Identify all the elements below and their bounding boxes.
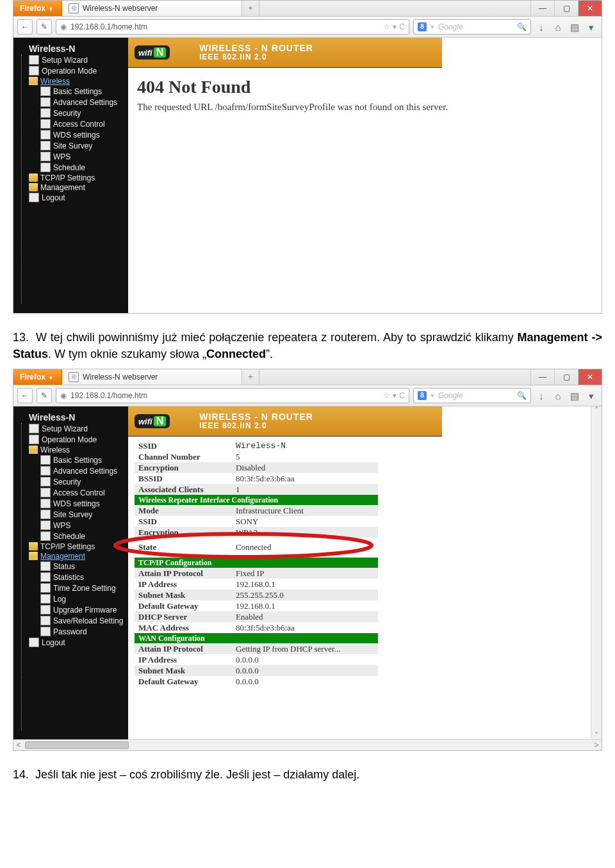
google-icon: 8 bbox=[418, 391, 427, 400]
bookmark-star-icon[interactable]: ☆ bbox=[383, 23, 390, 31]
tool-button[interactable]: ✎ bbox=[37, 388, 52, 403]
search-go-icon[interactable]: 🔍 bbox=[517, 23, 527, 31]
sidebar-item[interactable]: WPS bbox=[15, 520, 127, 531]
new-tab-button[interactable]: + bbox=[242, 1, 259, 16]
window-maximize-button[interactable]: ▢ bbox=[554, 1, 578, 16]
sidebar-item[interactable]: Security bbox=[15, 108, 127, 118]
search-box[interactable]: 8 ▾ Google 🔍 bbox=[413, 388, 531, 403]
minimize-icon: — bbox=[539, 373, 546, 381]
sidebar-item[interactable]: Setup Wizard bbox=[15, 423, 127, 434]
url-bar[interactable]: ◉ 192.168.0.1/home.htm ☆ ▾ C bbox=[56, 19, 409, 35]
sidebar-item[interactable]: TCP/IP Settings bbox=[15, 173, 127, 182]
sidebar-item[interactable]: Schedule bbox=[15, 531, 127, 542]
sidebar-item[interactable]: WDS settings bbox=[15, 498, 127, 509]
doc-icon bbox=[40, 119, 51, 129]
sidebar-item[interactable]: Password bbox=[15, 626, 127, 637]
vertical-scrollbar[interactable]: ˄ ˅ bbox=[591, 406, 602, 739]
sidebar-item[interactable]: Wireless bbox=[15, 445, 127, 454]
doc-icon bbox=[29, 435, 39, 444]
menu-button[interactable]: ▤ bbox=[568, 22, 581, 32]
bookmark-star-icon[interactable]: ☆ bbox=[383, 392, 390, 399]
browser-tab[interactable]: ⧀ Wireless-N webserver bbox=[62, 1, 242, 16]
sidebar-item[interactable]: Schedule bbox=[15, 162, 127, 173]
sidebar-item[interactable]: Site Survey bbox=[15, 509, 127, 520]
window-minimize-button[interactable]: — bbox=[530, 1, 554, 16]
sidebar-item[interactable]: Upgrade Firmware bbox=[15, 604, 127, 615]
sidebar-item[interactable]: Logout bbox=[15, 192, 127, 203]
firefox-label: Firefox bbox=[20, 373, 45, 381]
doc-icon bbox=[40, 583, 51, 593]
sidebar-item[interactable]: Basic Settings bbox=[15, 454, 127, 465]
sidebar-item[interactable]: Operation Mode bbox=[15, 434, 127, 445]
sidebar-item[interactable]: Log bbox=[15, 593, 127, 604]
window-close-button[interactable]: ✕ bbox=[578, 1, 602, 16]
reload-icon[interactable]: C bbox=[399, 392, 405, 399]
downloads-button[interactable]: ↓ bbox=[535, 391, 548, 401]
firefox-menu-button[interactable]: Firefox bbox=[13, 369, 62, 385]
sidebar-item[interactable]: Basic Settings bbox=[15, 86, 127, 97]
status-row: Attain IP ProtocolGetting IP from DHCP s… bbox=[135, 643, 378, 654]
sidebar-item[interactable]: TCP/IP Settings bbox=[15, 542, 127, 551]
search-box[interactable]: 8 ▾ Google 🔍 bbox=[413, 19, 531, 35]
status-key: Mode bbox=[135, 505, 232, 516]
menu-button[interactable]: ▤ bbox=[568, 391, 581, 401]
chevron-down-icon: ▾ bbox=[589, 22, 594, 33]
window-minimize-button[interactable]: — bbox=[530, 369, 554, 385]
sidebar-item[interactable]: Access Control bbox=[15, 487, 127, 498]
search-go-icon[interactable]: 🔍 bbox=[517, 392, 527, 399]
banner-title: WIRELESS - N ROUTER bbox=[199, 412, 313, 422]
status-value: 80:3f:5d:e3:b6:aa bbox=[232, 473, 378, 484]
sidebar-item[interactable]: Operation Mode bbox=[15, 65, 127, 76]
doc-icon bbox=[40, 616, 51, 625]
home-button[interactable]: ⌂ bbox=[552, 22, 564, 32]
status-table: SSIDWireless-NChannel Number5EncryptionD… bbox=[135, 440, 378, 687]
sidebar-item[interactable]: WDS settings bbox=[15, 129, 127, 140]
new-tab-button[interactable]: + bbox=[242, 369, 259, 385]
sidebar-item[interactable]: Time Zone Setting bbox=[15, 583, 127, 593]
sidebar-item[interactable]: Status bbox=[15, 561, 127, 572]
search-engine-dropdown-icon[interactable]: ▾ bbox=[430, 23, 434, 31]
url-bar[interactable]: ◉ 192.168.0.1/home.htm ☆ ▾ C bbox=[56, 388, 409, 403]
firefox-menu-button[interactable]: Firefox bbox=[13, 1, 62, 16]
sidebar-item[interactable]: Save/Reload Setting bbox=[15, 615, 127, 626]
back-button[interactable]: ← bbox=[17, 19, 33, 35]
tool-button[interactable]: ✎ bbox=[37, 19, 52, 35]
search-engine-dropdown-icon[interactable]: ▾ bbox=[430, 392, 434, 399]
menu-dropdown[interactable]: ▾ bbox=[585, 391, 598, 401]
doc-icon bbox=[29, 424, 39, 433]
doc-icon bbox=[40, 455, 51, 465]
browser-tab[interactable]: ⧀ Wireless-N webserver bbox=[62, 369, 242, 385]
sidebar-item[interactable]: Management bbox=[15, 551, 127, 561]
sidebar-item[interactable]: Statistics bbox=[15, 572, 127, 583]
folder-icon bbox=[29, 542, 38, 551]
status-value: Getting IP from DHCP server... bbox=[232, 643, 378, 654]
doc-paragraph-13: 13. W tej chwili powinniśmy już mieć poł… bbox=[13, 329, 602, 362]
sidebar-item[interactable]: Advanced Settings bbox=[15, 465, 127, 476]
sidebar-item[interactable]: Setup Wizard bbox=[15, 54, 127, 65]
sidebar-item[interactable]: Wireless bbox=[15, 76, 127, 86]
sidebar-item[interactable]: Advanced Settings bbox=[15, 97, 127, 108]
home-button[interactable]: ⌂ bbox=[552, 391, 564, 401]
window-close-button[interactable]: ✕ bbox=[578, 369, 602, 385]
sidebar-item[interactable]: Access Control bbox=[15, 118, 127, 129]
google-icon: 8 bbox=[418, 22, 427, 31]
history-dropdown-icon[interactable]: ▾ bbox=[393, 23, 397, 31]
downloads-button[interactable]: ↓ bbox=[535, 22, 548, 32]
status-key: DHCP Server bbox=[135, 611, 232, 622]
sidebar-item-label: Time Zone Setting bbox=[53, 584, 116, 592]
sidebar-item[interactable]: WPS bbox=[15, 151, 127, 162]
back-button[interactable]: ← bbox=[17, 388, 33, 403]
scrollbar-thumb[interactable] bbox=[25, 741, 129, 749]
sidebar-item[interactable]: Security bbox=[15, 476, 127, 487]
menu-dropdown[interactable]: ▾ bbox=[585, 22, 598, 32]
sidebar-item[interactable]: Management bbox=[15, 182, 127, 192]
status-key: Default Gateway bbox=[135, 676, 232, 687]
horizontal-scrollbar[interactable]: < > bbox=[13, 739, 602, 750]
window-maximize-button[interactable]: ▢ bbox=[554, 369, 578, 385]
history-dropdown-icon[interactable]: ▾ bbox=[393, 392, 397, 399]
reload-icon[interactable]: C bbox=[399, 23, 405, 31]
status-key: BSSID bbox=[135, 473, 232, 484]
sidebar-item-label: Schedule bbox=[53, 533, 85, 540]
sidebar-item[interactable]: Site Survey bbox=[15, 140, 127, 151]
sidebar-item[interactable]: Logout bbox=[15, 637, 127, 648]
